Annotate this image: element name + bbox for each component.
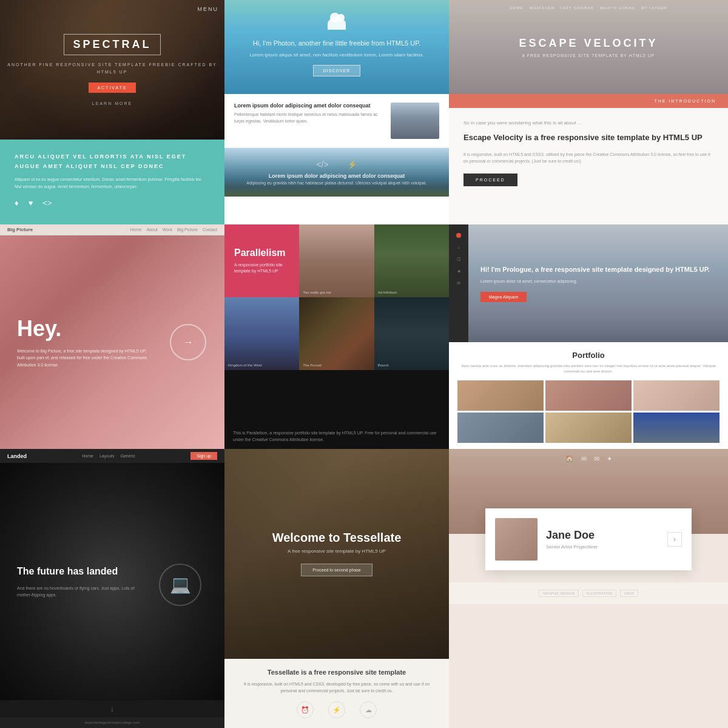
- bigpicture-hero: Hey. Welcome to Big Picture, a free site…: [0, 235, 224, 449]
- bigpicture-circle[interactable]: →: [170, 324, 206, 360]
- escape-nav-my[interactable]: MY FATHER: [641, 6, 667, 10]
- tessellate-content-text: It is responsive, built on HTML5 and CSS…: [237, 681, 437, 694]
- photon-mountain-section: </> ⚡ Lorem ipsum dolor adipiscing amet …: [224, 148, 449, 197]
- escape-so-in-case: So in case you were wondering what this …: [463, 120, 713, 126]
- spectral-learn-more[interactable]: LEARN MORE: [92, 101, 132, 106]
- miniport-tag-uiux[interactable]: UI/UX: [620, 590, 638, 597]
- landed-hero: The future has landed And there are no h…: [0, 463, 224, 700]
- prologue-left-bar: ⌂ ◫ ◈ ✉: [449, 224, 468, 342]
- escape-by-text: It is responsive, built on HTML5 and CSS…: [463, 151, 713, 164]
- parallelism-caption-1: You really got me: [303, 291, 331, 294]
- tessellate-icons-row: ⏰ ⚡ ☁: [237, 701, 437, 718]
- prologue-sidebar: ⌂ ◫ ◈ ✉ Hi! I'm Prologue, a free respons…: [449, 224, 728, 342]
- landed-nav: Home Layouts Generic: [82, 454, 135, 458]
- tessellate-cloud-icon: ☁: [360, 701, 377, 718]
- landed-logo: Landed: [7, 453, 27, 459]
- photon-person-image: [391, 103, 439, 139]
- prologue-portfolio-icon[interactable]: ◫: [457, 257, 461, 261]
- escape-nav-whatever[interactable]: WHATEVER: [530, 6, 555, 10]
- bolt-icon: ⚡: [347, 160, 357, 169]
- landed-bottom-bar: www.heritagechristiancollege.com: [0, 717, 224, 728]
- prologue-thumb-1[interactable]: [457, 380, 544, 411]
- spectral-title: SPECTRAL: [64, 34, 160, 55]
- escape-nav-what[interactable]: WHAT'S GONNA: [600, 6, 635, 10]
- miniport-tag-graphic[interactable]: GRAPHIC DESIGN: [539, 590, 579, 597]
- photon-hero: Hi, I'm Photon, another fine little free…: [224, 0, 449, 94]
- miniport-tag-illustration[interactable]: ILLUSTRATION: [582, 590, 617, 597]
- escape-proceed-button[interactable]: PROCEED: [463, 174, 517, 186]
- escape-content: So in case you were wondering what this …: [449, 108, 728, 224]
- landed-nav-layouts[interactable]: Layouts: [99, 454, 115, 458]
- prologue-contact-icon[interactable]: ✉: [457, 281, 460, 286]
- prologue-thumb-4[interactable]: [457, 413, 544, 443]
- bigpicture-nav-about[interactable]: About: [147, 228, 158, 232]
- prologue-portfolio-title: Portfolio: [457, 351, 720, 360]
- spectral-teal-text: Aliquam ut ex ex augue consectetur inter…: [15, 176, 210, 189]
- landed-subtitle: And there are no hoverboards or flying c…: [17, 585, 144, 598]
- prologue-portfolio-section: Portfolio Nunc lacinia ante nunc ac lobo…: [449, 342, 728, 449]
- photon-greeting: Hi, I'm Photon, another fine little free…: [253, 38, 420, 49]
- parallelism-subtitle: A responsive portfolio site template by …: [234, 262, 289, 275]
- parallelism-img-ad[interactable]: Ad Infinitum: [374, 224, 449, 297]
- bigpicture-nav-bigpic[interactable]: Big Picture: [177, 228, 198, 232]
- bigpicture-nav-work[interactable]: Work: [163, 228, 172, 232]
- prologue-about-icon[interactable]: ◈: [457, 269, 460, 274]
- prologue-brand-dot: [456, 233, 461, 238]
- miniport-card: Jane Doe Senior Artist Projectileer ›: [485, 508, 692, 570]
- escape-title: ESCAPE VELOCITY: [519, 37, 658, 50]
- landed-arrow-down[interactable]: ↓: [0, 700, 224, 717]
- bigpicture-nav-home[interactable]: Home: [130, 228, 142, 232]
- photon-mountain-title: Lorem ipsum dolor adipiscing amet dolor …: [269, 173, 405, 179]
- photon-discover-button[interactable]: DISCOVER: [313, 65, 361, 76]
- miniport-arrow-button[interactable]: ›: [667, 532, 682, 547]
- parallelism-footer: This is Parallelism, a responsive portfo…: [224, 424, 449, 449]
- photon-section-1: Lorem ipsum dolor adipiscing amet dolor …: [224, 94, 449, 148]
- photon-section-1-text: Pellentesque habitant morbi tristique se…: [234, 112, 383, 124]
- escape-nav: HOME WHATEVER LEFT SIDEBAR WHAT'S GONNA …: [449, 6, 728, 10]
- miniport-bottom: GRAPHIC DESIGN ILLUSTRATION UI/UX: [449, 582, 728, 604]
- landed-title: The future has landed: [17, 565, 144, 578]
- tessellate-subtitle: A free responsive site template by HTML5…: [288, 548, 386, 554]
- tessellate-content: Tessellate is a free responsive site tem…: [224, 659, 449, 728]
- landed-header: Landed Home Layouts Generic Sign up: [0, 449, 224, 463]
- prologue-magna-button[interactable]: Magna Aliquam: [480, 292, 527, 302]
- landed-nav-home[interactable]: Home: [82, 454, 93, 458]
- prologue-thumb-6[interactable]: [633, 413, 720, 443]
- miniport-cell: 🏠 ✉ ✉ ✦ Jane Doe Senior Artist Projectil…: [449, 449, 728, 728]
- spectral-hero: MENU SPECTRAL ANOTHER FINE RESPONSIVE SI…: [0, 0, 224, 140]
- parallelism-cell: Parallelism A responsive portfolio site …: [224, 224, 449, 449]
- prologue-description: Lorem ipsum dolor sit amet, consectetur …: [480, 278, 578, 285]
- landed-nav-generic[interactable]: Generic: [120, 454, 135, 458]
- miniport-nav: 🏠 ✉ ✉ ✦: [565, 455, 612, 463]
- tessellate-content-title: Tessellate is a free responsive site tem…: [237, 669, 437, 676]
- photon-content: Lorem ipsum dolor adipiscing amet dolor …: [224, 94, 449, 224]
- prologue-thumb-3[interactable]: [633, 380, 720, 411]
- prologue-cell: ⌂ ◫ ◈ ✉ Hi! I'm Prologue, a free respons…: [449, 224, 728, 449]
- miniport-envelope-icon[interactable]: ✉: [594, 455, 599, 463]
- spectral-menu: MENU: [198, 6, 219, 12]
- bigpicture-nav-contact[interactable]: Contact: [203, 228, 217, 232]
- escape-hero: HOME WHATEVER LEFT SIDEBAR WHAT'S GONNA …: [449, 0, 728, 94]
- prologue-thumb-5[interactable]: [545, 413, 632, 443]
- tessellate-cell: Welcome to Tessellate A free responsive …: [224, 449, 449, 728]
- prologue-thumb-2[interactable]: [545, 380, 632, 411]
- miniport-home-icon[interactable]: 🏠: [565, 455, 574, 463]
- escape-intro-band: THE INTRODUCTION: [449, 94, 728, 108]
- escape-nav-home[interactable]: HOME: [510, 6, 524, 10]
- spectral-subtitle: ANOTHER FINE RESPONSIVE SITE TEMPLATE FR…: [0, 61, 224, 75]
- parallelism-img-wind[interactable]: Kingdom of the Wind: [224, 297, 299, 370]
- tessellate-proceed-button[interactable]: Proceed to second phase: [301, 564, 372, 576]
- spectral-teal-section: ARCU ALIQUET VEL LORORTIS ATA NISL EGET …: [0, 140, 224, 224]
- spectral-activate-button[interactable]: ACTIVATE: [89, 83, 135, 93]
- miniport-star-icon[interactable]: ✦: [607, 455, 612, 463]
- parallelism-caption-4: The Pursuit: [303, 363, 322, 367]
- parallelism-img-pursuit[interactable]: The Pursuit: [299, 297, 374, 370]
- escape-nav-left[interactable]: LEFT SIDEBAR: [561, 6, 594, 10]
- miniport-mail-icon[interactable]: ✉: [581, 455, 587, 463]
- parallelism-img-you[interactable]: You really got me: [299, 224, 374, 297]
- landed-signup-button[interactable]: Sign up: [190, 452, 217, 460]
- parallelism-img-bound[interactable]: Bound: [374, 297, 449, 370]
- prologue-home-icon[interactable]: ⌂: [457, 245, 460, 249]
- tessellate-clock-icon: ⏰: [297, 701, 314, 718]
- miniport-info: Jane Doe Senior Artist Projectileer: [546, 529, 598, 550]
